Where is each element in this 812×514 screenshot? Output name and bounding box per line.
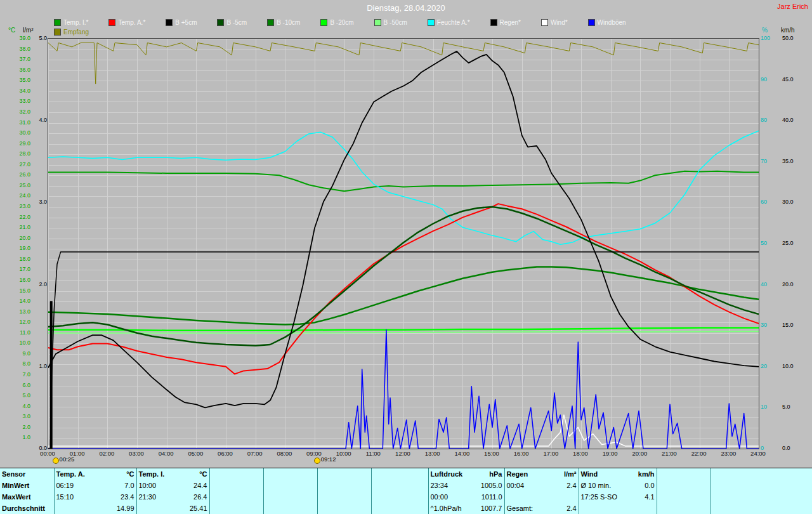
summary-cell-value: 1007.7	[481, 504, 502, 512]
summary-cell	[710, 491, 812, 503]
y-tick-label: 22.0	[3, 214, 30, 220]
y-tick-label: 31.0	[3, 119, 30, 126]
y-tick-label: 4.0	[32, 117, 47, 123]
x-tick-label: 24:00	[747, 450, 769, 457]
x-tick-label: 11:00	[362, 450, 384, 457]
summary-cell	[579, 503, 657, 514]
summary-panel: SensorTemp. A.°CTemp. I.°CLuftdruckhPaRe…	[0, 468, 812, 514]
legend-item: Temp. I.*	[54, 19, 88, 26]
y-axis-wind: 50.045.040.035.030.025.020.015.010.05.00…	[782, 0, 810, 514]
summary-cell-text: ^1.0hPa/h	[431, 504, 462, 512]
y-tick-label: 24.0	[3, 192, 30, 199]
y-tick-label: 23.0	[3, 203, 30, 209]
y-tick-label: 2.0	[32, 281, 47, 287]
x-tick-label: 18:00	[570, 450, 591, 457]
summary-cell	[657, 468, 710, 480]
y-tick-label: 20	[761, 363, 777, 369]
y-tick-label: 0.0	[782, 445, 810, 451]
summary-cell: 00:042.4	[504, 480, 579, 491]
y-tick-label: 37.0	[3, 56, 30, 62]
legend-row-1: Temp. I.*Temp. A.*B +5cmB -5cmB -10cmB -…	[54, 19, 626, 26]
y-tick-label: 7.0	[3, 371, 30, 378]
summary-cell	[371, 491, 428, 503]
legend-label: B -20cm	[330, 19, 353, 26]
y-tick-label: 35.0	[3, 77, 30, 83]
x-tick-label: 02:00	[96, 450, 117, 457]
summary-cell: 17:25 S-SO4.1	[579, 491, 657, 503]
summary-cell	[657, 503, 710, 514]
legend-item: Feuchte A.*	[428, 19, 470, 26]
summary-row-header: Sensor	[0, 468, 54, 480]
summary-cell: 10:0024.4	[136, 480, 209, 491]
sun-moon-marker-icon	[314, 458, 320, 464]
summary-cell-text: 00:00	[431, 493, 449, 501]
summary-cell-text: Ø 10 min.	[581, 482, 612, 489]
y-tick-label: 32.0	[3, 109, 30, 115]
legend-label: B -50cm	[384, 19, 407, 26]
x-tick-label: 10:00	[333, 450, 355, 457]
x-tick-label: 12:00	[392, 450, 414, 457]
y-tick-label: 15.0	[3, 287, 30, 294]
y-tick-label: 30.0	[782, 199, 810, 205]
y-tick-label: 19.0	[3, 245, 30, 251]
y-tick-label: 25.0	[3, 182, 30, 188]
summary-cell	[209, 503, 263, 514]
legend-color-swatch	[108, 19, 115, 26]
y-tick-label: 30.0	[3, 129, 30, 136]
summary-cell: 21:3026.4	[136, 491, 209, 503]
summary-cell-text: 21:30	[139, 493, 157, 501]
summary-cell	[371, 503, 428, 514]
summary-cell: Temp. I.°C	[136, 468, 209, 480]
y-tick-label: 40.0	[782, 117, 810, 123]
summary-cell-value: 2.4	[566, 482, 576, 489]
x-tick-label: 20:00	[629, 450, 650, 457]
legend-label: Empfang	[63, 29, 89, 36]
legend-label: Regen*	[500, 19, 521, 26]
summary-cell: Regenl/m²	[504, 468, 579, 480]
marker-time-label: 00:25	[60, 456, 75, 463]
summary-cell	[710, 480, 812, 491]
y-tick-label: 33.0	[3, 98, 30, 104]
series-b-20cm	[48, 328, 759, 331]
y-tick-label: 30	[761, 322, 777, 328]
legend-color-swatch	[166, 19, 173, 26]
legend-color-swatch	[267, 19, 274, 26]
rain-intensity-bar	[50, 301, 53, 449]
summary-cell-text: 06:19	[56, 482, 74, 489]
y-tick-label: 35.0	[782, 158, 810, 164]
y-tick-label: 18.0	[3, 256, 30, 262]
legend-color-swatch	[54, 29, 61, 36]
legend-label: B -5cm	[226, 19, 247, 26]
x-tick-label: 03:00	[126, 450, 147, 457]
y-tick-label: 10	[761, 404, 777, 410]
summary-cell	[710, 468, 812, 480]
legend-color-swatch	[217, 19, 224, 26]
x-tick-label: 13:00	[422, 450, 443, 457]
series-temp-aussen	[48, 204, 759, 374]
legend-color-swatch	[320, 19, 327, 26]
legend-label: Temp. I.*	[63, 19, 88, 26]
summary-row-header: MinWert	[0, 480, 54, 491]
y-tick-label: 10.0	[782, 363, 810, 369]
legend-color-swatch	[541, 19, 548, 26]
summary-cell: 06:197.0	[54, 480, 136, 491]
legend-item: B -5cm	[217, 19, 247, 26]
page-title: Dienstag, 28.04.2020	[0, 3, 812, 13]
legend-item: B -20cm	[320, 19, 353, 26]
y-tick-label: 29.0	[3, 140, 30, 147]
x-tick-label: 19:00	[599, 450, 621, 457]
y-tick-label: 26.0	[3, 171, 30, 178]
summary-cell-value: 7.0	[124, 482, 134, 489]
x-tick-label: 06:00	[214, 450, 236, 457]
y-tick-label: 17.0	[3, 266, 30, 272]
x-tick-label: 15:00	[481, 450, 502, 457]
summary-table: SensorTemp. A.°CTemp. I.°CLuftdruckhPaRe…	[0, 468, 812, 514]
summary-cell	[317, 503, 371, 514]
summary-cell-value: 14.99	[117, 504, 134, 512]
y-tick-label: 70	[761, 158, 777, 164]
marker-time-label: 09:12	[321, 456, 336, 463]
summary-cell: 14.99	[54, 503, 136, 514]
x-tick-label: 14:00	[451, 450, 473, 457]
legend-row-2: Empfang	[54, 29, 89, 36]
y-tick-label: 60	[761, 199, 777, 205]
